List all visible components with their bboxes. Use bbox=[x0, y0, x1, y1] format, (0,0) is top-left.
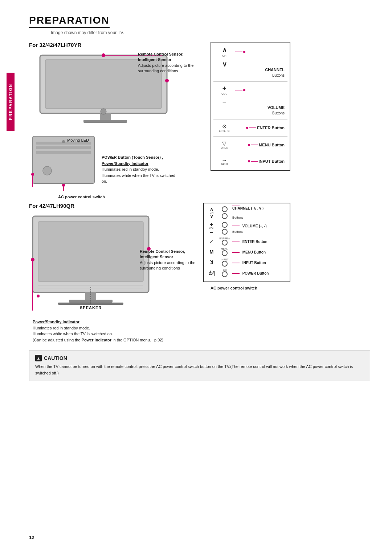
svg-rect-10 bbox=[36, 146, 91, 149]
power-note: (Can be adjusted using the Power Indicat… bbox=[33, 337, 196, 343]
caution-icon: ▲ bbox=[35, 355, 42, 361]
ch-up-circle bbox=[222, 206, 228, 212]
enter-desc-col: ENTER Button bbox=[235, 126, 287, 130]
bottom-section: For 42/47LH90QR bbox=[29, 203, 370, 343]
divider4 bbox=[213, 153, 287, 153]
enter-label: ENTER⊙ bbox=[213, 130, 235, 133]
input-circle bbox=[222, 261, 228, 267]
svg-point-7 bbox=[165, 79, 169, 82]
power-label-bottom: ⏻/| bbox=[223, 269, 227, 271]
power-desc-bottom-col: POWER Button bbox=[232, 270, 287, 276]
menu-desc-text: MENU Button bbox=[259, 143, 285, 147]
top-lower: Moving LED POWER Button (Touch Sensor) ,… bbox=[29, 133, 196, 192]
vol-minus-bottom: − bbox=[206, 230, 217, 235]
channel-desc-text: CHANNEL bbox=[265, 68, 285, 72]
sidebar-label: PREPARATION bbox=[7, 73, 15, 131]
ac-power-bottom-label: AC power control switch bbox=[211, 286, 370, 290]
enter-check: ✓ bbox=[206, 239, 217, 244]
remote-sensor-label: Remote Control Sensor, Intelligent Senso… bbox=[138, 52, 196, 74]
ch-symbols-col: ∧ CH ∨ bbox=[206, 207, 217, 219]
top-left-col: For 32/42/47LH70YR bbox=[29, 42, 196, 199]
menu-symbol: ▽ bbox=[213, 140, 235, 147]
caution-title-text: CAUTION bbox=[44, 355, 67, 361]
vol-up-symbol: + bbox=[213, 85, 235, 92]
input-k-col: ꓘ bbox=[206, 260, 217, 265]
ch-row-bottom: ∧ CH ∨ CHANNEL ( ∧ , ∨ ) Buttons bbox=[206, 206, 287, 219]
remote-sensor-bottom-label: Remote Control Sensor, Intelligent Senso… bbox=[140, 249, 196, 271]
enter-symbol: ⊙ bbox=[213, 123, 235, 130]
menu-label: MENU bbox=[213, 147, 235, 149]
caution-title: ▲ CAUTION bbox=[35, 355, 364, 361]
menu-desc-bottom-col: MENU Button bbox=[232, 249, 287, 255]
power-circle bbox=[222, 271, 228, 277]
input-row-bottom: ꓘ INPUT INPUT Button bbox=[206, 258, 287, 267]
menu-label-bottom: MENU bbox=[221, 248, 229, 250]
input-desc-bottom: INPUT Button bbox=[242, 261, 266, 265]
vol-desc-col bbox=[235, 89, 287, 91]
input-row: → INPUT INPUT Button bbox=[213, 155, 287, 167]
power-circle-col: ⏻/| bbox=[219, 269, 230, 277]
enter-label-bottom: ENTER⊙ bbox=[219, 237, 230, 240]
caution-text: When the TV cannot be turned on with the… bbox=[35, 364, 364, 376]
enter-row: ⊙ ENTER⊙ ENTER Button bbox=[213, 122, 287, 134]
vol-up-row: + VOL bbox=[213, 84, 287, 96]
svg-point-12 bbox=[43, 166, 52, 175]
svg-point-29 bbox=[37, 295, 40, 297]
vol-symbols-col: + VOL − bbox=[206, 222, 217, 235]
section-title-top: For 32/42/47LH70YR bbox=[29, 42, 196, 48]
input-desc-bottom-col: INPUT Button bbox=[232, 260, 287, 265]
section-title-bottom: For 42/47LH90QR bbox=[29, 203, 196, 209]
tv-front-top: Moving LED bbox=[29, 133, 98, 192]
page-container: PREPARATION PREPARATION Image shown may … bbox=[0, 0, 392, 551]
ch-circles-col bbox=[219, 206, 230, 219]
vol-desc-bottom: VOLUME (+, -) bbox=[242, 224, 267, 228]
ch-up-bottom: ∧ bbox=[206, 207, 217, 211]
page-number: 12 bbox=[29, 535, 34, 540]
svg-point-17 bbox=[62, 184, 65, 187]
standby-white-bottom: Illuminates white when the TV is switche… bbox=[33, 331, 196, 337]
ch-down-circle bbox=[222, 213, 228, 219]
ch-label: CH bbox=[213, 54, 235, 57]
tv-large-diagram: SPEAKER Remote Control Sensor, Intellige… bbox=[29, 212, 196, 315]
bottom-right-col: ∧ CH ∨ CHANNEL ( ∧ , ∨ ) Buttons bbox=[203, 203, 370, 290]
power-standby-bottom-label: Power/Standby Indicator bbox=[33, 319, 196, 325]
power-standby-label: Power/Standby Indicator bbox=[102, 161, 181, 167]
ch-up-row: ∧ CH bbox=[213, 45, 287, 58]
volume-sub-text: Buttons bbox=[272, 111, 285, 115]
svg-point-13 bbox=[62, 140, 65, 143]
menu-circle bbox=[222, 250, 228, 256]
standby-white-text: Illuminates white when the TV is switche… bbox=[102, 173, 181, 185]
enter-desc-text: ENTER Button bbox=[257, 126, 285, 130]
svg-point-6 bbox=[101, 109, 106, 114]
enter-row-bottom: ✓ ENTER⊙ ENTER Button bbox=[206, 237, 287, 246]
enter-symbol-col: ⊙ ENTER⊙ bbox=[213, 123, 235, 133]
enter-circle-col: ENTER⊙ bbox=[219, 237, 230, 246]
ch-desc-col bbox=[235, 51, 287, 53]
ch-sub-bottom: Buttons bbox=[232, 216, 287, 219]
input-label: INPUT bbox=[213, 163, 235, 166]
svg-rect-11 bbox=[36, 151, 91, 154]
divider2 bbox=[213, 119, 287, 119]
input-k-symbol: ꓘ bbox=[206, 260, 217, 265]
top-section: For 32/42/47LH70YR bbox=[29, 42, 370, 199]
ch-down-bottom: ∨ bbox=[206, 214, 217, 219]
top-right-col: ∧ CH ∨ CHANNEL Button bbox=[203, 42, 370, 171]
vol-desc-bottom-col: VOLUME (+, -) Buttons bbox=[232, 223, 287, 234]
subtitle: Image shown may differ from your TV. bbox=[51, 30, 370, 35]
ac-power-top-label: AC power control switch bbox=[58, 195, 196, 199]
power-desc-bottom: POWER Button bbox=[242, 271, 269, 275]
power-annotations: POWER Button (Touch Sensor) , Power/Stan… bbox=[102, 133, 181, 185]
svg-rect-2 bbox=[100, 113, 111, 120]
input-label-bottom: INPUT bbox=[221, 258, 229, 261]
channel-desc: CHANNEL Buttons bbox=[213, 67, 287, 78]
menu-desc-col: MENU Button bbox=[235, 143, 287, 147]
vol-sub-bottom: Buttons bbox=[232, 230, 244, 234]
input-circle-col: INPUT bbox=[219, 258, 230, 267]
power-row-bottom: ⏻/| ⏻/| POWER Button bbox=[206, 269, 287, 277]
vol-plus-bottom: + bbox=[206, 222, 217, 227]
page-title: PREPARATION bbox=[29, 15, 110, 28]
menu-circle-col: MENU bbox=[219, 248, 230, 256]
svg-rect-19 bbox=[38, 222, 143, 281]
input-symbol-col: → INPUT bbox=[213, 157, 235, 166]
power-standby-bottom: Power/Standby Indicator Illuminates red … bbox=[33, 319, 196, 343]
